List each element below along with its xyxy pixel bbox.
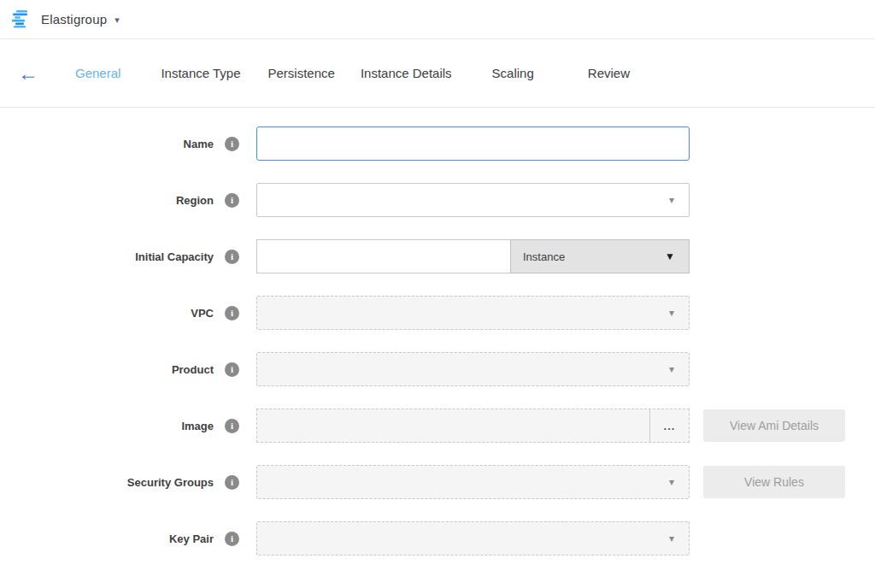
- app-header: Elastigroup ▾: [0, 0, 875, 39]
- image-picker-value: [257, 409, 649, 442]
- capacity-unit-select[interactable]: Instance ▼: [510, 239, 690, 273]
- product-select: ▾: [256, 352, 690, 386]
- chevron-down-icon: ▾: [669, 308, 674, 318]
- initial-capacity-input[interactable]: [256, 239, 510, 273]
- form-row-initial-capacity: Initial Capacity i Instance ▼: [0, 239, 875, 273]
- security-groups-label: Security Groups: [0, 476, 214, 489]
- app-title: Elastigroup: [41, 12, 107, 26]
- chevron-down-icon: ▾: [669, 533, 674, 544]
- form-row-security-groups: Security Groups i ▾ View Rules: [0, 465, 875, 499]
- vpc-label: VPC: [0, 307, 214, 320]
- form-row-name: Name i: [0, 126, 875, 161]
- info-icon[interactable]: i: [225, 532, 239, 546]
- key-pair-label: Key Pair: [0, 532, 214, 545]
- info-icon[interactable]: i: [225, 362, 239, 377]
- tab-general[interactable]: General: [75, 66, 120, 80]
- app-switcher-chevron-down-icon[interactable]: ▾: [115, 15, 120, 26]
- chevron-down-icon: ▾: [669, 364, 674, 374]
- key-pair-select: ▾: [256, 521, 690, 556]
- info-icon[interactable]: i: [225, 193, 239, 208]
- tab-review[interactable]: Review: [588, 66, 630, 80]
- initial-capacity-label: Initial Capacity: [0, 250, 214, 263]
- form-row-vpc: VPC i ▾: [0, 296, 875, 330]
- general-settings-form: Name i Region i ▾ Initial Capacity i Ins…: [0, 108, 875, 556]
- form-row-region: Region i ▾: [0, 183, 875, 217]
- security-groups-select: ▾: [256, 465, 690, 499]
- info-icon[interactable]: i: [225, 306, 239, 320]
- vpc-select: ▾: [256, 296, 690, 330]
- name-label: Name: [0, 138, 214, 150]
- info-icon[interactable]: i: [225, 137, 239, 151]
- tab-instance-type[interactable]: Instance Type: [161, 66, 240, 80]
- info-icon[interactable]: i: [225, 419, 239, 433]
- image-label: Image: [0, 420, 214, 432]
- wizard-tabbar: ← General Instance Type Persistence Inst…: [0, 39, 875, 108]
- view-ami-details-button[interactable]: View Ami Details: [703, 409, 845, 442]
- region-select[interactable]: ▾: [256, 183, 690, 217]
- elastigroup-logo-icon: [12, 10, 32, 29]
- tab-persistence[interactable]: Persistence: [268, 66, 335, 80]
- form-row-image: Image i ... View Ami Details: [0, 409, 875, 443]
- form-row-key-pair: Key Pair i ▾: [0, 521, 875, 556]
- chevron-down-icon: ▼: [665, 250, 675, 262]
- tab-scaling[interactable]: Scaling: [492, 66, 534, 80]
- region-label: Region: [0, 194, 214, 207]
- chevron-down-icon: ▾: [669, 477, 674, 487]
- image-browse-button[interactable]: ...: [649, 409, 689, 442]
- product-label: Product: [0, 363, 214, 376]
- chevron-down-icon: ▾: [669, 195, 674, 205]
- back-arrow-icon[interactable]: ←: [18, 63, 40, 84]
- name-input[interactable]: [256, 126, 690, 161]
- wizard-tabs: General Instance Type Persistence Instan…: [75, 66, 630, 80]
- info-icon[interactable]: i: [225, 250, 239, 264]
- capacity-unit-value: Instance: [523, 250, 565, 263]
- tab-instance-details[interactable]: Instance Details: [361, 66, 452, 80]
- form-row-product: Product i ▾: [0, 352, 875, 386]
- image-picker-field: ...: [256, 409, 690, 443]
- view-rules-button[interactable]: View Rules: [703, 466, 845, 498]
- info-icon[interactable]: i: [225, 475, 239, 490]
